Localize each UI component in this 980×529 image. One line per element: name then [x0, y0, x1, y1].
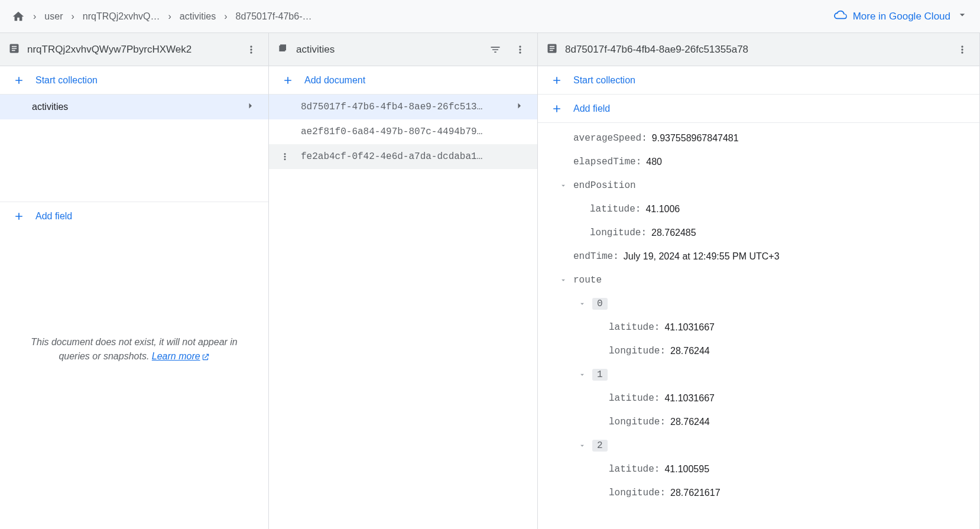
add-field-button[interactable]: Add field — [0, 202, 268, 231]
home-icon[interactable] — [12, 10, 25, 23]
field-row[interactable]: longitude: 28.76244 — [538, 410, 979, 434]
column-header: nrqTRQj2xvhvQWyw7PbyrcHXWek2 — [0, 33, 268, 66]
field-key: longitude: — [590, 228, 647, 238]
array-index: 0 — [592, 298, 608, 310]
field-value: 9.937558967847481 — [652, 133, 739, 144]
column-header: 8d75017f-47b6-4fb4-8ae9-26fc51355a78 — [538, 33, 979, 66]
field-list: averageSpeed: 9.937558967847481 elapsedT… — [538, 123, 979, 517]
field-row[interactable]: averageSpeed: 9.937558967847481 — [538, 126, 979, 150]
chevron-right-icon — [514, 100, 524, 113]
field-row[interactable]: latitude: 41.1031667 — [538, 316, 979, 339]
field-key: longitude: — [609, 417, 666, 427]
field-row[interactable]: elapsedTime: 480 — [538, 150, 979, 174]
caret-down-icon[interactable] — [558, 276, 569, 284]
field-key: latitude: — [609, 464, 660, 475]
field-row[interactable]: latitude: 41.1006 — [538, 197, 979, 221]
field-key: elapsedTime: — [573, 157, 641, 167]
field-row-expandable[interactable]: endPosition — [538, 174, 979, 197]
column-header: activities — [269, 33, 537, 66]
chevron-right-icon: › — [33, 11, 36, 22]
add-field-label: Add field — [35, 211, 72, 222]
document-fields-column: 8d75017f-47b6-4fb4-8ae9-26fc51355a78 Sta… — [538, 33, 980, 529]
caret-down-icon[interactable] — [577, 371, 588, 379]
columns: nrqTRQj2xvhvQWyw7PbyrcHXWek2 Start colle… — [0, 33, 980, 529]
spacer — [0, 119, 268, 202]
array-index: 1 — [592, 369, 608, 381]
add-document-label: Add document — [304, 75, 365, 86]
field-key: latitude: — [609, 322, 660, 333]
drag-handle-icon[interactable] — [280, 151, 290, 162]
field-row[interactable]: latitude: 41.100595 — [538, 457, 979, 481]
document-icon — [8, 43, 20, 56]
parent-doc-column: nrqTRQj2xvhvQWyw7PbyrcHXWek2 Start colle… — [0, 33, 269, 529]
caret-down-icon[interactable] — [577, 300, 588, 308]
field-key: route — [573, 275, 602, 285]
field-value: 41.1006 — [645, 204, 680, 215]
caret-down-icon[interactable] — [577, 442, 588, 450]
column-title: 8d75017f-47b6-4fb4-8ae9-26fc51355a78 — [565, 44, 946, 56]
breadcrumb: › user › nrqTRQj2xvhvQ… › activities › 8… — [12, 10, 311, 23]
field-row[interactable]: longitude: 28.762485 — [538, 221, 979, 245]
field-key: longitude: — [609, 488, 666, 498]
more-options-button[interactable] — [953, 41, 971, 59]
chevron-down-icon — [956, 9, 968, 24]
chevron-right-icon: › — [71, 11, 74, 22]
document-item[interactable]: fe2ab4cf-0f42-4e6d-a7da-dcdaba1… — [269, 144, 537, 169]
field-key: longitude: — [609, 346, 666, 356]
breadcrumb-item[interactable]: user — [44, 11, 63, 22]
empty-doc-message: This document does not exist, it will no… — [0, 311, 268, 387]
more-options-button[interactable] — [511, 41, 529, 59]
start-collection-button[interactable]: Start collection — [0, 66, 268, 95]
start-collection-label: Start collection — [573, 75, 635, 86]
add-field-button[interactable]: Add field — [538, 95, 979, 123]
add-field-label: Add field — [573, 103, 610, 114]
array-item-row[interactable]: 0 — [538, 292, 979, 316]
array-index: 2 — [592, 440, 608, 452]
field-value: 41.1031667 — [664, 322, 715, 333]
field-value: 28.76244 — [670, 346, 710, 356]
breadcrumb-item[interactable]: nrqTRQj2xvhvQ… — [83, 11, 160, 22]
document-id: fe2ab4cf-0f42-4e6d-a7da-dcdaba1… — [301, 151, 524, 162]
cloud-icon — [834, 8, 847, 24]
filter-button[interactable] — [486, 41, 504, 59]
document-id: 8d75017f-47b6-4fb4-8ae9-26fc513… — [301, 102, 514, 112]
breadcrumb-item[interactable]: 8d75017f-47b6-… — [236, 11, 312, 22]
array-item-row[interactable]: 1 — [538, 363, 979, 387]
column-title: nrqTRQj2xvhvQWyw7PbyrcHXWek2 — [27, 44, 235, 56]
document-item[interactable]: ae2f81f0-6a84-497b-807c-4494b79… — [269, 119, 537, 144]
field-row[interactable]: longitude: 28.76244 — [538, 339, 979, 363]
field-value: 480 — [646, 157, 662, 167]
collection-item-activities[interactable]: activities — [0, 95, 268, 119]
breadcrumb-item[interactable]: activities — [180, 11, 216, 22]
field-value: 28.76244 — [670, 417, 710, 427]
field-key: endTime: — [573, 251, 619, 262]
field-row[interactable]: latitude: 41.1031667 — [538, 387, 979, 410]
chevron-right-icon: › — [224, 11, 227, 22]
learn-more-link[interactable]: Learn more — [152, 351, 210, 361]
document-id: ae2f81f0-6a84-497b-807c-4494b79… — [301, 126, 524, 137]
field-row[interactable]: endTime: July 19, 2024 at 12:49:55 PM UT… — [538, 245, 979, 268]
start-collection-button[interactable]: Start collection — [538, 66, 979, 95]
add-document-button[interactable]: Add document — [269, 66, 537, 95]
more-in-google-cloud-label: More in Google Cloud — [853, 11, 950, 22]
field-value: 28.762485 — [651, 228, 696, 238]
caret-down-icon[interactable] — [558, 181, 569, 190]
document-item[interactable]: 8d75017f-47b6-4fb4-8ae9-26fc513… — [269, 95, 537, 119]
field-value: 41.1031667 — [664, 393, 715, 404]
collection-icon — [277, 43, 289, 56]
field-value: 41.100595 — [664, 464, 709, 475]
field-row-expandable[interactable]: route — [538, 268, 979, 292]
column-title: activities — [296, 44, 479, 56]
array-item-row[interactable]: 2 — [538, 434, 979, 457]
field-key: latitude: — [609, 393, 660, 404]
chevron-right-icon: › — [168, 11, 171, 22]
collection-label: activities — [32, 102, 245, 112]
chevron-right-icon — [245, 100, 255, 113]
more-options-button[interactable] — [242, 41, 260, 59]
more-in-google-cloud-link[interactable]: More in Google Cloud — [834, 8, 968, 24]
start-collection-label: Start collection — [35, 75, 98, 86]
field-row[interactable]: longitude: 28.7621617 — [538, 481, 979, 505]
breadcrumb-bar: › user › nrqTRQj2xvhvQ… › activities › 8… — [0, 0, 980, 33]
field-key: averageSpeed: — [573, 133, 647, 144]
field-value: 28.7621617 — [670, 488, 721, 498]
